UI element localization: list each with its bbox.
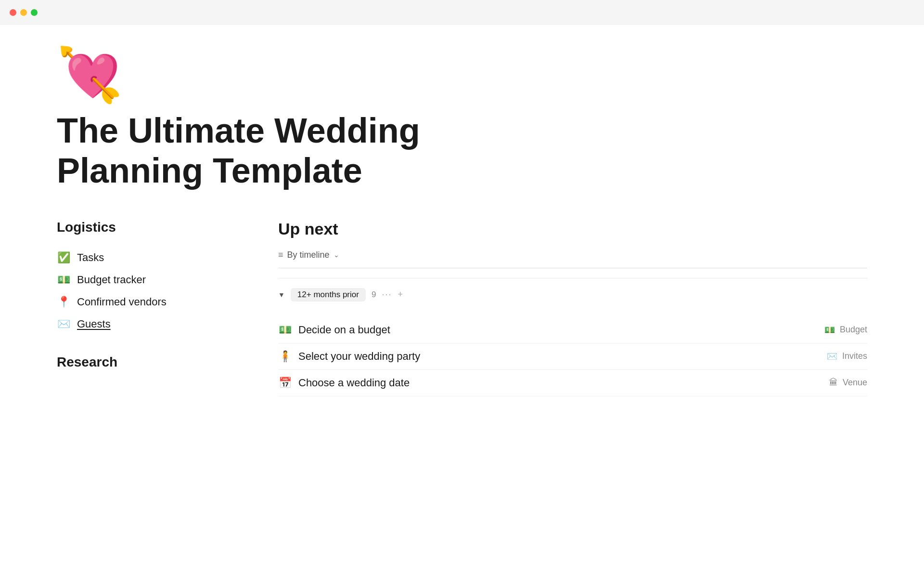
tasks-icon: ✅ — [57, 251, 70, 264]
guests-icon: ✉️ — [57, 318, 70, 330]
budget-tracker-icon: 💵 — [57, 274, 70, 286]
decide-budget-tag-icon: 💵 — [824, 325, 835, 335]
logistics-section: Logistics ✅ Tasks 💵 Budget tracker 📍 Con… — [57, 220, 240, 335]
nav-item-guests[interactable]: ✉️ Guests — [57, 313, 240, 335]
up-next-header: Up next — [278, 220, 867, 238]
timeline-filter-icon: ≡ — [278, 250, 283, 260]
right-column: Up next ≡ By timeline ⌄ ▼ 12+ months pri… — [278, 220, 867, 396]
nav-item-confirmed-vendors[interactable]: 📍 Confirmed vendors — [57, 291, 240, 313]
group-pill[interactable]: 12+ months prior — [291, 288, 366, 302]
guests-label: Guests — [77, 318, 111, 330]
two-column-layout: Logistics ✅ Tasks 💵 Budget tracker 📍 Con… — [57, 220, 867, 396]
group-count: 9 — [372, 290, 376, 300]
maximize-button[interactable] — [31, 9, 38, 16]
task-right-wedding-date: 🏛 Venue — [829, 378, 867, 388]
timeline-dropdown-arrow: ⌄ — [334, 251, 339, 259]
decide-budget-tag-label: Budget — [840, 325, 867, 335]
task-right-wedding-party: ✉️ Invites — [827, 351, 867, 362]
page-title: The Ultimate Wedding Planning Template — [57, 111, 514, 191]
wedding-date-icon: 📅 — [278, 377, 292, 389]
task-row-wedding-date[interactable]: 📅 Choose a wedding date 🏛 Venue — [278, 370, 867, 396]
wedding-party-tag-icon: ✉️ — [827, 351, 837, 362]
wedding-date-tag-label: Venue — [843, 378, 867, 388]
main-content: 💘 The Ultimate Wedding Planning Template… — [0, 0, 924, 396]
wedding-party-tag-label: Invites — [842, 351, 867, 361]
close-button[interactable] — [10, 9, 16, 16]
task-row-decide-budget[interactable]: 💵 Decide on a budget 💵 Budget — [278, 317, 867, 343]
group-options-button[interactable]: ··· — [382, 289, 392, 300]
task-left-wedding-party: 🧍 Select your wedding party — [278, 350, 420, 363]
nav-item-tasks[interactable]: ✅ Tasks — [57, 247, 240, 269]
hero-emoji: 💘 — [57, 25, 867, 111]
decide-budget-icon: 💵 — [278, 324, 292, 336]
research-header: Research — [57, 355, 240, 370]
research-section: Research — [57, 355, 240, 370]
minimize-button[interactable] — [20, 9, 27, 16]
task-row-wedding-party[interactable]: 🧍 Select your wedding party ✉️ Invites — [278, 343, 867, 370]
wedding-date-tag-icon: 🏛 — [829, 378, 838, 388]
group-add-button[interactable]: + — [398, 289, 403, 300]
wedding-party-label: Select your wedding party — [298, 350, 420, 363]
confirmed-vendors-icon: 📍 — [57, 296, 70, 308]
nav-item-budget-tracker[interactable]: 💵 Budget tracker — [57, 269, 240, 291]
logistics-header: Logistics — [57, 220, 240, 235]
tasks-label: Tasks — [77, 251, 104, 264]
wedding-party-icon: 🧍 — [278, 350, 292, 363]
section-divider — [278, 278, 867, 278]
group-row: ▼ 12+ months prior 9 ··· + — [278, 288, 867, 307]
confirmed-vendors-label: Confirmed vendors — [77, 296, 167, 308]
timeline-filter[interactable]: ≡ By timeline ⌄ — [278, 250, 867, 268]
group-triangle-icon[interactable]: ▼ — [278, 291, 285, 299]
task-right-decide-budget: 💵 Budget — [824, 325, 867, 335]
task-left-wedding-date: 📅 Choose a wedding date — [278, 377, 410, 389]
task-left-decide-budget: 💵 Decide on a budget — [278, 324, 390, 336]
window-controls — [0, 0, 924, 25]
budget-tracker-label: Budget tracker — [77, 274, 146, 286]
left-column: Logistics ✅ Tasks 💵 Budget tracker 📍 Con… — [57, 220, 240, 381]
wedding-date-label: Choose a wedding date — [298, 377, 410, 389]
decide-budget-label: Decide on a budget — [298, 324, 390, 336]
timeline-filter-label: By timeline — [287, 250, 330, 260]
